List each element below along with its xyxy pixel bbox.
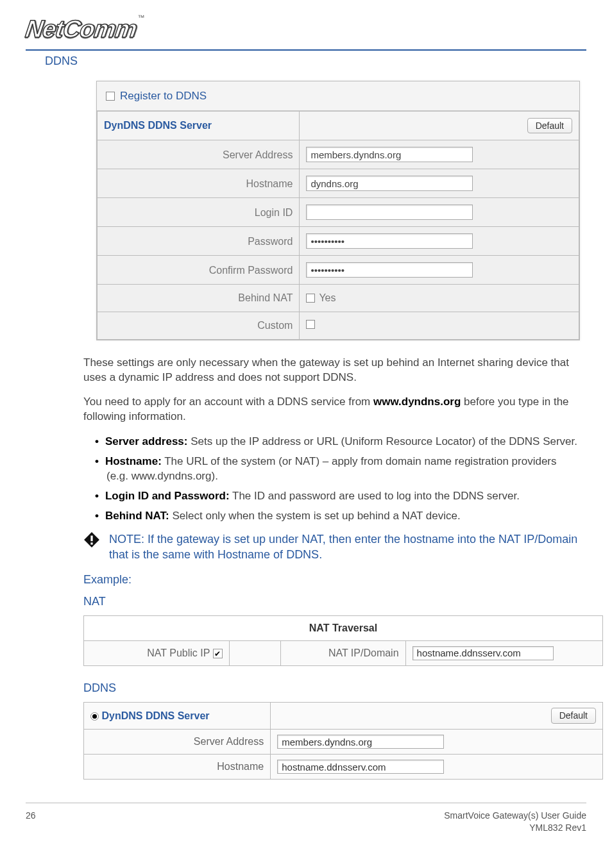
page-title: DDNS — [45, 53, 586, 69]
note-block: NOTE: If the gateway is set up under NAT… — [83, 531, 579, 563]
note-head: NOTE: — [109, 533, 148, 546]
login-input[interactable] — [306, 204, 473, 220]
ddns-heading-2: DDNS — [83, 680, 579, 696]
behind-nat-text: Yes — [319, 291, 336, 305]
page-number: 26 — [26, 810, 36, 834]
paragraph-2: You need to apply for an account with a … — [83, 395, 579, 424]
ddns-server-radio[interactable] — [90, 712, 99, 721]
ddns-server-address-label: Server Address — [84, 730, 271, 755]
custom-checkbox[interactable] — [306, 320, 315, 329]
page-footer: 26 SmartVoice Gateway(s) User Guide YML8… — [26, 803, 586, 834]
register-label: Register to DDNS — [120, 89, 207, 104]
behind-nat-checkbox[interactable] — [306, 294, 315, 303]
header-rule — [26, 49, 586, 51]
bullet-server-address: Server address: Sets up the IP address o… — [95, 435, 579, 449]
b1b: Sets up the IP address or URL (Uniform R… — [187, 435, 577, 447]
svg-rect-1 — [90, 536, 92, 542]
server-title: DynDNS DDNS Server — [98, 111, 300, 140]
ddns-server-title: DynDNS DDNS Server — [101, 710, 209, 721]
register-checkbox[interactable] — [106, 92, 115, 101]
nat-public-checkbox[interactable]: ✔ — [213, 649, 223, 658]
b2a: Hostname: — [105, 455, 162, 467]
ddns-default-button[interactable]: Default — [551, 708, 596, 724]
b2b: The URL of the system (or NAT) – apply f… — [106, 455, 557, 482]
ddns-hostname-label: Hostname — [84, 755, 271, 780]
p2a: You need to apply for an account with a … — [83, 396, 373, 408]
login-label: Login ID — [98, 198, 300, 227]
b4a: Behind NAT: — [105, 510, 169, 522]
info-icon — [83, 531, 100, 548]
confirm-input[interactable] — [306, 262, 473, 278]
brand-logo: NetComm — [23, 13, 139, 46]
nat-table: NAT Traversal NAT Public IP ✔ NAT IP/Dom… — [83, 615, 603, 666]
bullet-login: Login ID and Password: The ID and passwo… — [95, 489, 579, 504]
nat-ipdomain-input[interactable] — [412, 646, 554, 660]
trademark: ™ — [137, 13, 144, 21]
body-text: These settings are only necessary when t… — [83, 356, 579, 524]
dyndns-link: www.dyndns.org — [373, 396, 461, 408]
footer-line2: YML832 Rev1 — [444, 822, 586, 834]
ddns-server-address-input[interactable] — [277, 735, 444, 749]
b3a: Login ID and Password: — [105, 490, 230, 502]
server-address-label: Server Address — [98, 140, 300, 169]
example-heading: Example: — [83, 572, 579, 587]
hostname-label: Hostname — [98, 169, 300, 198]
b4b: Select only when the system is set up be… — [169, 510, 461, 522]
bullet-hostname: Hostname: The URL of the system (or NAT)… — [95, 455, 579, 484]
default-button[interactable]: Default — [527, 118, 572, 134]
hostname-input[interactable] — [306, 176, 473, 191]
custom-label: Custom — [98, 312, 300, 340]
ddns-panel: Register to DDNS DynDNS DDNS Server Defa… — [96, 81, 580, 340]
nat-table-title: NAT Traversal — [84, 616, 603, 641]
password-label: Password — [98, 227, 300, 256]
paragraph-1: These settings are only necessary when t… — [83, 356, 579, 385]
password-input[interactable] — [306, 233, 473, 249]
nat-heading: NAT — [83, 594, 579, 609]
behind-nat-label: Behind NAT — [98, 285, 300, 312]
b1a: Server address: — [105, 435, 188, 447]
note-text: If the gateway is set up under NAT, then… — [109, 533, 577, 561]
svg-rect-2 — [90, 542, 92, 544]
footer-line1: SmartVoice Gateway(s) User Guide — [444, 810, 586, 822]
ddns-table: DynDNS DDNS Server Default Server Addres… — [83, 702, 603, 780]
brand-row: NetComm™ — [26, 13, 586, 46]
ddns-hostname-input[interactable] — [277, 760, 444, 774]
nat-ipdomain-label: NAT IP/Domain — [281, 640, 405, 665]
confirm-label: Confirm Password — [98, 256, 300, 285]
b3b: The ID and password are used to log into… — [230, 490, 520, 502]
bullet-behind-nat: Behind NAT: Select only when the system … — [95, 509, 579, 524]
server-address-input[interactable] — [306, 147, 473, 162]
nat-public-label: NAT Public IP — [147, 647, 210, 658]
